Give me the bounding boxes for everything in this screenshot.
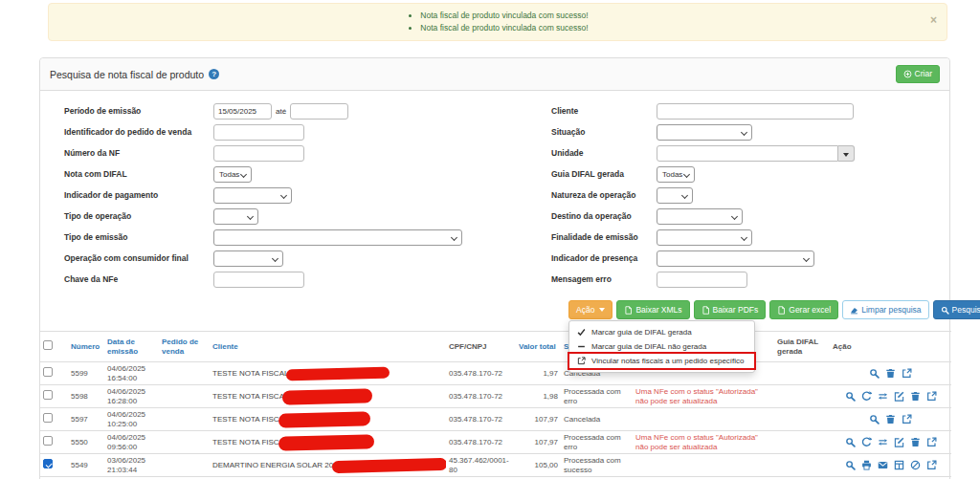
row-checkbox[interactable] [43, 367, 53, 377]
eraser-icon [850, 306, 858, 315]
plus-circle-icon [903, 70, 912, 78]
table-row: 559804/06/202516:28:00TESTE NOTA FISCAL … [40, 385, 951, 408]
periodo-ate-input[interactable] [290, 103, 348, 120]
trash-icon[interactable] [910, 437, 921, 447]
periodo-de-input[interactable] [213, 103, 272, 120]
sheet-icon[interactable] [894, 460, 904, 470]
cell-pedido-venda [159, 454, 210, 477]
export-icon[interactable] [902, 368, 912, 379]
search-icon[interactable] [869, 414, 880, 425]
cell-situacao: Processada com sucesso [561, 454, 633, 477]
tipo-operacao-select[interactable] [213, 208, 258, 225]
export-icon[interactable] [926, 437, 937, 447]
cell-numero: 5550 [68, 431, 104, 454]
row-checkbox[interactable] [43, 459, 53, 468]
cell-data-emissao: 04/06/202516:28:00 [104, 385, 159, 408]
search-icon [941, 306, 949, 315]
situacao-select[interactable] [657, 124, 752, 141]
ban-icon[interactable] [910, 460, 921, 470]
finalidade-select[interactable] [657, 229, 752, 246]
natureza-select[interactable] [657, 187, 693, 204]
action-menu-item[interactable]: Vincular notas fiscais a um pedido espec… [569, 354, 754, 368]
envelope-icon[interactable] [878, 460, 888, 470]
baixar-pdfs-button[interactable]: Baixar PDFs [694, 300, 767, 319]
cell-cpf-cnpj: 035.478.170-72 [446, 408, 516, 431]
table-row: 554903/06/202521:03:44DEMARTINO ENERGIA … [40, 454, 951, 477]
close-icon[interactable]: × [930, 14, 937, 26]
export-icon[interactable] [926, 460, 937, 470]
unidade-dropdown-button[interactable] [838, 145, 855, 162]
export-icon[interactable] [902, 414, 912, 425]
row-select-cell [40, 408, 68, 431]
destino-select[interactable] [657, 208, 743, 225]
action-menu-item[interactable]: Marcar guia de DIFAL não gerada [569, 339, 754, 354]
print-icon[interactable] [861, 460, 872, 470]
cell-data-emissao: 04/06/202509:56:00 [104, 431, 159, 454]
search-icon[interactable] [845, 391, 856, 402]
action-menu-item[interactable]: Marcar guia de DIFAL gerada [569, 325, 754, 339]
search-icon[interactable] [869, 368, 880, 379]
guia-difal-select[interactable]: Todas [657, 166, 695, 183]
cell-pedido-venda [159, 385, 210, 408]
nota-difal-select[interactable]: Todas [213, 166, 252, 183]
col-numero[interactable]: Número [68, 332, 104, 362]
mensagem-erro-input[interactable] [657, 272, 747, 288]
label-natureza: Natureza de operação [551, 187, 657, 200]
file-icon [702, 306, 710, 315]
create-button[interactable]: Criar [896, 65, 940, 83]
unidade-input[interactable] [657, 145, 838, 162]
limpar-pesquisa-button[interactable]: Limpar pesquisa [842, 300, 928, 319]
cell-mensagem-erro: Uma NFe com o status "Autorizada" não po… [633, 431, 774, 454]
cell-acao [830, 362, 951, 385]
success-alert: Nota fiscal de produto vinculada com suc… [48, 3, 947, 41]
col-data-emissao[interactable]: Data de emissão [104, 332, 159, 362]
banner-message: Nota fiscal de produto vinculada com suc… [420, 22, 588, 34]
col-cpf-cnpj: CPF/CNPJ [446, 332, 516, 362]
row-checkbox[interactable] [43, 390, 53, 400]
acao-button[interactable]: Ação [568, 300, 612, 319]
chave-nfe-input[interactable] [213, 272, 304, 288]
help-icon[interactable]: ? [209, 69, 219, 79]
cliente-input[interactable] [657, 103, 854, 120]
edit-icon[interactable] [894, 391, 904, 402]
col-valor-total[interactable]: Valor total [516, 332, 561, 362]
pesquisar-button[interactable]: Pesquisar [933, 300, 980, 319]
col-acao: Ação [830, 332, 951, 362]
search-icon[interactable] [845, 437, 856, 447]
cell-acao [830, 385, 951, 408]
cell-valor-total: 1,98 [516, 385, 561, 408]
search-icon[interactable] [845, 460, 856, 470]
page-title: Pesquisa de nota fiscal de produto [50, 69, 204, 80]
baixar-xmls-button[interactable]: Baixar XMLs [616, 300, 689, 319]
gerar-excel-button[interactable]: Gerar excel [769, 300, 838, 319]
cell-guia-difal [774, 454, 830, 477]
cell-guia-difal [774, 408, 830, 431]
col-pedido-venda[interactable]: Pedido de venda [159, 332, 210, 362]
identificador-input[interactable] [213, 124, 304, 141]
cell-cpf-cnpj: 45.367.462/0001-80 [446, 454, 516, 477]
export-icon[interactable] [926, 391, 937, 402]
row-checkbox[interactable] [43, 436, 53, 446]
trash-icon[interactable] [885, 414, 896, 425]
refresh-icon[interactable] [861, 437, 872, 447]
repeat-icon[interactable] [878, 391, 888, 402]
indicador-pagamento-select[interactable] [213, 187, 292, 204]
operacao-consumidor-select[interactable] [213, 250, 283, 267]
search-panel: Pesquisa de nota fiscal de produto ? Cri… [39, 57, 950, 479]
cell-numero: 5549 [68, 454, 104, 477]
trash-icon[interactable] [910, 391, 921, 402]
repeat-icon[interactable] [878, 437, 888, 447]
row-checkbox[interactable] [43, 413, 53, 423]
tipo-emissao-select[interactable] [213, 229, 462, 246]
select-all-checkbox[interactable] [43, 340, 53, 350]
col-cliente[interactable]: Cliente [210, 332, 446, 362]
file-icon [777, 306, 786, 315]
indicador-presenca-select[interactable] [657, 250, 814, 267]
label-tipo-operacao: Tipo de operação [64, 208, 213, 221]
numero-nf-input[interactable] [213, 145, 304, 162]
label-ate: até [272, 103, 290, 116]
refresh-icon[interactable] [861, 391, 872, 402]
edit-icon[interactable] [894, 437, 904, 447]
trash-icon[interactable] [885, 368, 896, 379]
label-indicador-presenca: Indicador de presença [551, 250, 657, 263]
